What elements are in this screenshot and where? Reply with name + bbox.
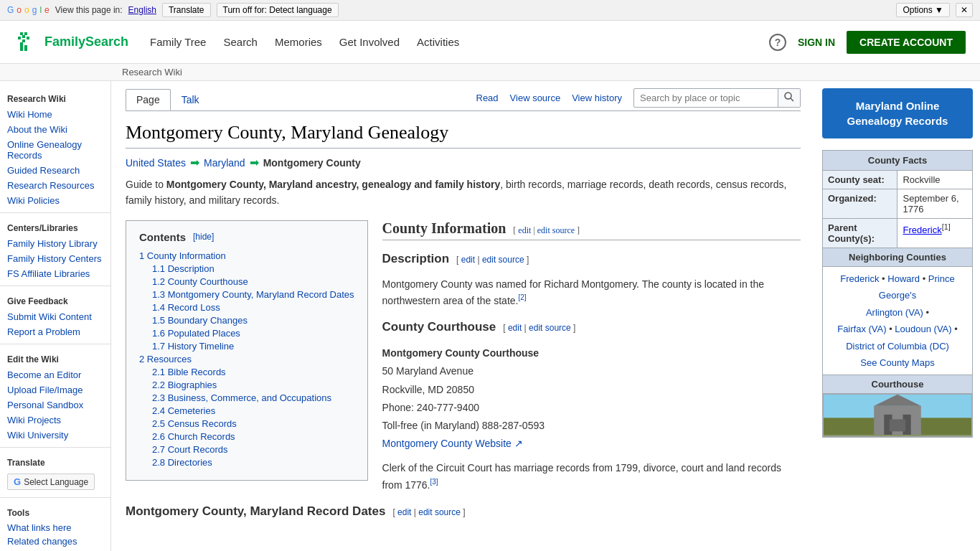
- sidebar-item-research-resources[interactable]: Research Resources: [0, 178, 110, 193]
- options-button[interactable]: Options ▼: [896, 3, 950, 17]
- breadcrumb-maryland[interactable]: Maryland: [204, 157, 245, 169]
- neighbor-arlington[interactable]: Arlington (VA): [866, 307, 923, 318]
- translate-button[interactable]: Translate: [162, 3, 211, 17]
- edit-link-description[interactable]: edit: [461, 255, 475, 265]
- sidebar-item-related-changes[interactable]: Related changes: [0, 534, 110, 548]
- courthouse-name: Montgomery County Courthouse: [382, 347, 540, 359]
- logo[interactable]: FamilySearch: [14, 29, 128, 55]
- courthouse-website-link[interactable]: Montgomery County Website ↗: [382, 438, 523, 449]
- sidebar-item-wiki-policies[interactable]: Wiki Policies: [0, 193, 110, 208]
- sidebar-item-online-genealogy[interactable]: Online Genealogy Records: [0, 137, 110, 163]
- toc-link-2-6[interactable]: 2.6 Church Records: [152, 431, 235, 442]
- toc-item-1-1: 1.1 Description: [152, 263, 354, 274]
- toc-link-2[interactable]: 2 Resources: [139, 354, 192, 364]
- page-tabs: Page Talk Read View source View history: [126, 88, 801, 111]
- county-seat-label: County seat:: [823, 171, 897, 189]
- sign-in-button[interactable]: SIGN IN: [798, 37, 835, 48]
- tab-talk[interactable]: Talk: [171, 89, 210, 110]
- nav-search[interactable]: Search: [223, 36, 258, 48]
- svg-line-9: [791, 98, 793, 101]
- select-language-button[interactable]: G Select Language: [7, 474, 95, 490]
- neighbor-dc[interactable]: District of Columbia (DC): [846, 341, 949, 352]
- toc-link-2-3[interactable]: 2.3 Business, Commerce, and Occupations: [152, 392, 331, 403]
- toc-link-1-1[interactable]: 1.1 Description: [152, 263, 215, 274]
- edit-link-courthouse[interactable]: edit: [508, 323, 522, 333]
- sidebar-item-family-history-centers[interactable]: Family History Centers: [0, 251, 110, 266]
- parent-county-link[interactable]: Frederick: [903, 225, 941, 235]
- intro-text: Guide to Montgomery County, Maryland anc…: [126, 176, 801, 209]
- section-edit-links-description: [ edit | edit source ]: [456, 255, 529, 265]
- translate-prefix: View this page in:: [55, 5, 123, 15]
- neighbor-howard[interactable]: Howard: [887, 273, 920, 284]
- edit-source-link-record-dates[interactable]: edit source: [418, 507, 461, 517]
- edit-link-county-info[interactable]: edit: [518, 225, 531, 235]
- neighbor-fairfax[interactable]: Fairfax (VA): [837, 324, 886, 334]
- turn-off-button[interactable]: Turn off for: Detect language: [217, 3, 339, 17]
- sidebar-item-wiki-home[interactable]: Wiki Home: [0, 107, 110, 122]
- help-icon[interactable]: ?: [769, 34, 786, 51]
- toc-link-2-7[interactable]: 2.7 Court Records: [152, 444, 228, 455]
- toc-link-1-4[interactable]: 1.4 Record Loss: [152, 302, 220, 313]
- close-button[interactable]: ✕: [956, 3, 973, 17]
- sidebar-item-wiki-projects[interactable]: Wiki Projects: [0, 413, 110, 428]
- edit-source-link-courthouse[interactable]: edit source: [529, 323, 571, 333]
- main-nav: Family Tree Search Memories Get Involved…: [150, 36, 769, 48]
- toc-link-1-5[interactable]: 1.5 Boundary Changes: [152, 315, 248, 326]
- toc-link-2-2[interactable]: 2.2 Biographies: [152, 380, 217, 390]
- sidebar-section-edit-wiki: Edit the Wiki: [0, 349, 110, 367]
- toc-link-1-3[interactable]: 1.3 Montgomery County, Maryland Record D…: [152, 289, 354, 300]
- sidebar-item-submit-wiki[interactable]: Submit Wiki Content: [0, 309, 110, 324]
- sidebar-item-guided-research[interactable]: Guided Research: [0, 163, 110, 178]
- tab-page[interactable]: Page: [126, 89, 171, 110]
- edit-source-link-description[interactable]: edit source: [482, 255, 524, 265]
- toc-link-1-2[interactable]: 1.2 County Courthouse: [152, 276, 248, 287]
- breadcrumb-united-states[interactable]: United States: [126, 157, 186, 169]
- neighbor-frederick[interactable]: Frederick: [840, 273, 879, 284]
- svg-rect-4: [22, 39, 25, 42]
- sidebar-item-become-editor[interactable]: Become an Editor: [0, 367, 110, 382]
- nav-family-tree[interactable]: Family Tree: [150, 36, 206, 48]
- sidebar-item-fs-affiliate-libraries[interactable]: FS Affiliate Libraries: [0, 266, 110, 281]
- toc-link-2-4[interactable]: 2.4 Cemeteries: [152, 405, 215, 416]
- action-view-source[interactable]: View source: [510, 93, 561, 103]
- content-area: Page Talk Read View source View history: [111, 81, 980, 551]
- neighbor-loudoun[interactable]: Loudoun (VA): [895, 324, 951, 334]
- create-account-button[interactable]: CREATE ACCOUNT: [847, 31, 966, 54]
- wiki-search-button[interactable]: [778, 89, 800, 107]
- nav-get-involved[interactable]: Get Involved: [339, 36, 400, 48]
- breadcrumb-arrow-2: ➡: [250, 156, 259, 169]
- svg-rect-0: [20, 32, 23, 35]
- toc-link-2-1[interactable]: 2.1 Bible Records: [152, 367, 226, 377]
- see-county-maps-link[interactable]: See County Maps: [860, 357, 934, 368]
- wiki-search-box: [633, 88, 801, 108]
- sidebar-item-what-links-here[interactable]: What links here: [0, 521, 110, 534]
- sidebar-item-personal-sandbox[interactable]: Personal Sandbox: [0, 397, 110, 413]
- sidebar-item-about-wiki[interactable]: About the Wiki: [0, 122, 110, 137]
- toc-link-1-6[interactable]: 1.6 Populated Places: [152, 328, 240, 339]
- sidebar-item-family-history-library[interactable]: Family History Library: [0, 236, 110, 251]
- header-actions: ? SIGN IN CREATE ACCOUNT: [769, 31, 966, 54]
- maryland-records-button[interactable]: Maryland Online Genealogy Records: [822, 88, 973, 138]
- toc-hide-link[interactable]: [hide]: [193, 232, 214, 242]
- toc-link-2-5[interactable]: 2.5 Census Records: [152, 418, 237, 429]
- sidebar-item-wiki-university[interactable]: Wiki University: [0, 428, 110, 443]
- logo-text: FamilySearch: [44, 34, 128, 50]
- nav-memories[interactable]: Memories: [275, 36, 322, 48]
- edit-link-record-dates[interactable]: edit: [397, 507, 411, 517]
- edit-source-link-county-info[interactable]: edit source: [537, 225, 575, 235]
- language-link[interactable]: English: [128, 5, 156, 15]
- action-view-history[interactable]: View history: [572, 93, 622, 103]
- toc-link-2-8[interactable]: 2.8 Directories: [152, 457, 212, 468]
- main-header: FamilySearch Family Tree Search Memories…: [0, 21, 980, 64]
- courthouse-image-cell: [823, 394, 973, 438]
- toc-item-2-3: 2.3 Business, Commerce, and Occupations: [152, 392, 354, 403]
- action-read[interactable]: Read: [476, 93, 499, 103]
- sidebar-item-report-problem[interactable]: Report a Problem: [0, 324, 110, 339]
- toc-link-1[interactable]: 1 County Information: [139, 250, 226, 261]
- sidebar-item-upload-file[interactable]: Upload File/Image: [0, 382, 110, 397]
- toc-link-1-7[interactable]: 1.7 History Timeline: [152, 341, 234, 352]
- nav-activities[interactable]: Activities: [417, 36, 459, 48]
- organized-value: September 6, 1776: [897, 189, 973, 219]
- wiki-search-input[interactable]: [634, 90, 778, 106]
- neighboring-counties-header: Neighboring Counties: [823, 248, 973, 267]
